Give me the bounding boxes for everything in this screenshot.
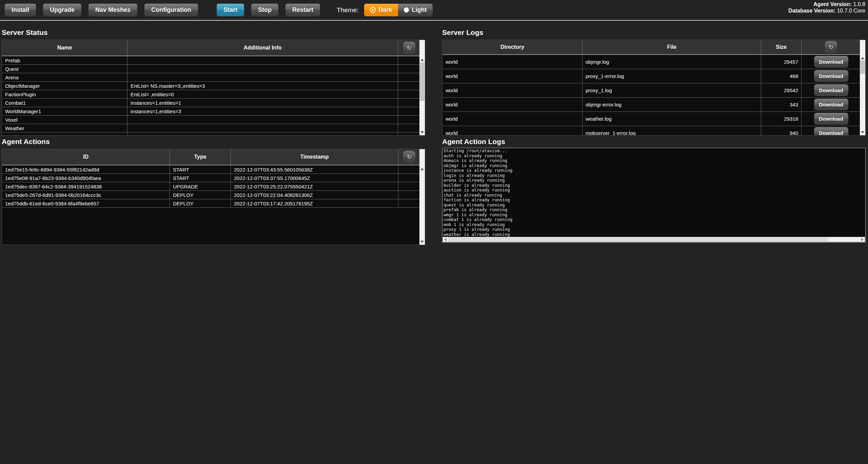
server-name-cell: Arena <box>2 73 127 81</box>
download-button[interactable]: Download <box>814 99 848 110</box>
agent-actions-table: ID Type Timestamp ↻ 1ed75e15-fe9c-6894-9… <box>2 149 425 245</box>
agent-action-logs-console[interactable]: Starting /root/atavism... auth is alread… <box>442 148 866 243</box>
column-header-additional-info[interactable]: Additional Info <box>127 40 398 56</box>
log-file-cell: objmgr-error.log <box>583 98 761 112</box>
server-logs-scrollbar[interactable] <box>860 40 865 135</box>
download-button[interactable]: Download <box>814 127 848 136</box>
agent-action-logs-title: Agent Action Logs <box>442 138 505 146</box>
log-directory-cell: world <box>442 98 583 112</box>
empty-cell <box>398 107 420 115</box>
download-cell: Download <box>802 69 861 83</box>
table-row: Weather <box>2 124 425 133</box>
nav-meshes-button[interactable]: Nav Meshes <box>88 4 137 16</box>
server-status-refresh-cell: ↻ <box>398 40 420 56</box>
empty-cell <box>398 116 420 124</box>
scroll-up-arrow-icon[interactable] <box>420 168 424 170</box>
server-info-cell: instances=1,entities=1 <box>127 99 398 107</box>
download-cell: Download <box>802 55 861 69</box>
server-info-cell <box>127 73 398 81</box>
server-name-cell: Voxel <box>2 116 127 124</box>
action-type-cell: UPGRADE <box>170 182 231 190</box>
table-row: worldmobserver_1-error.log940Download <box>442 126 865 136</box>
scroll-down-arrow-icon[interactable] <box>420 131 424 134</box>
column-header-size[interactable]: Size <box>761 40 802 54</box>
server-logs-header: Directory File Size ↻ <box>442 40 861 55</box>
download-button[interactable]: Download <box>814 84 848 96</box>
configuration-button[interactable]: Configuration <box>144 4 198 16</box>
scroll-left-arrow-icon[interactable] <box>444 238 447 241</box>
download-button[interactable]: Download <box>814 113 848 125</box>
empty-cell <box>398 124 420 132</box>
refresh-icon[interactable]: ↻ <box>403 42 415 54</box>
start-button[interactable]: Start <box>217 4 244 16</box>
action-type-cell: DEPLOY <box>170 199 231 207</box>
server-info-cell <box>127 124 398 132</box>
download-button[interactable]: Download <box>814 56 848 68</box>
column-header-timestamp[interactable]: Timestamp <box>231 149 398 165</box>
table-row: Combat1instances=1,entities=1 <box>2 99 425 107</box>
server-info-cell: EntList= ,entities=0 <box>127 90 398 98</box>
table-row: FactionPluginEntList= ,entities=0 <box>2 90 425 99</box>
radio-unselected-icon <box>404 7 409 13</box>
action-id-cell: 1ed75de5-267d-6d91-9384-0b20164ccc3c <box>2 191 170 199</box>
action-type-cell: START <box>170 174 231 182</box>
log-size-cell: 940 <box>761 126 802 136</box>
scroll-right-arrow-icon[interactable] <box>861 238 864 241</box>
action-type-cell: DEPLOY <box>170 191 231 199</box>
table-row: 1ed75e08-91a7-6b23-9384-b340d904faeaSTAR… <box>2 174 425 182</box>
log-size-cell: 468 <box>761 69 802 83</box>
server-logs-table: Directory File Size ↻ worldobjmgr.log294… <box>442 40 866 136</box>
log-file-cell: proxy_1.log <box>583 83 761 97</box>
download-button[interactable]: Download <box>814 70 848 82</box>
scrollbar-thumb[interactable] <box>448 237 828 242</box>
action-id-cell: 1ed75e08-91a7-6b23-9384-b340d904faea <box>2 174 170 182</box>
scroll-up-arrow-icon[interactable] <box>861 57 864 59</box>
table-row: worldproxy_1.log29542Download <box>442 83 865 98</box>
log-file-cell: objmgr.log <box>583 55 761 69</box>
theme-label: Theme: <box>337 6 358 14</box>
agent-actions-scrollbar[interactable] <box>419 149 425 245</box>
column-header-file[interactable]: File <box>583 40 761 54</box>
table-row: 1ed75e15-fe9c-6894-9384-55f82142ad9dSTAR… <box>2 165 425 174</box>
server-name-cell: Combat1 <box>2 99 127 107</box>
column-header-directory[interactable]: Directory <box>442 40 583 54</box>
server-logs-title: Server Logs <box>442 28 483 37</box>
agent-actions-refresh-cell: ↻ <box>398 149 420 165</box>
server-logs-refresh-cell: ↻ <box>802 40 861 54</box>
restart-button[interactable]: Restart <box>285 4 320 16</box>
table-row: 1ed75de5-267d-6d91-9384-0b20164ccc3cDEPL… <box>2 191 425 199</box>
console-horizontal-scrollbar[interactable] <box>443 237 865 242</box>
scroll-down-arrow-icon[interactable] <box>420 241 424 243</box>
install-button[interactable]: Install <box>5 4 36 16</box>
log-directory-cell: world <box>442 55 583 69</box>
table-row: Auction <box>2 133 425 136</box>
column-header-name[interactable]: Name <box>2 40 127 56</box>
scroll-down-arrow-icon[interactable] <box>861 131 864 134</box>
server-name-cell: Quest <box>2 65 127 73</box>
empty-cell <box>398 199 420 207</box>
upgrade-button[interactable]: Upgrade <box>43 4 81 16</box>
table-row: ObjectManagerEntList= NS.master=3;,entit… <box>2 82 425 90</box>
server-info-cell <box>127 56 398 64</box>
refresh-icon[interactable]: ↻ <box>403 151 415 163</box>
column-header-type[interactable]: Type <box>170 149 231 165</box>
column-header-id[interactable]: ID <box>2 149 170 165</box>
theme-dark-option[interactable]: Dark <box>364 4 398 16</box>
scroll-up-arrow-icon[interactable] <box>420 59 424 61</box>
console-output: Starting /root/atavism... auth is alread… <box>442 148 865 237</box>
scrollbar-thumb[interactable] <box>420 62 425 101</box>
log-size-cell: 29457 <box>761 55 802 69</box>
empty-cell <box>398 182 420 190</box>
server-name-cell: WorldManager1 <box>2 107 127 115</box>
top-toolbar: Install Upgrade Nav Meshes Configuration… <box>0 0 868 21</box>
table-row: worldproxy_1-error.log468Download <box>442 69 865 83</box>
theme-light-option[interactable]: Light <box>398 4 433 16</box>
refresh-icon[interactable]: ↻ <box>825 41 837 53</box>
table-row: Arena <box>2 73 425 82</box>
table-row: Voxel <box>2 116 425 124</box>
scrollbar-thumb[interactable] <box>860 60 865 74</box>
stop-button[interactable]: Stop <box>251 4 278 16</box>
version-info: Agent Version: 1.0.8 Database Version: 1… <box>788 1 865 14</box>
server-status-scrollbar[interactable] <box>419 40 425 135</box>
agent-actions-title: Agent Actions <box>2 138 50 146</box>
